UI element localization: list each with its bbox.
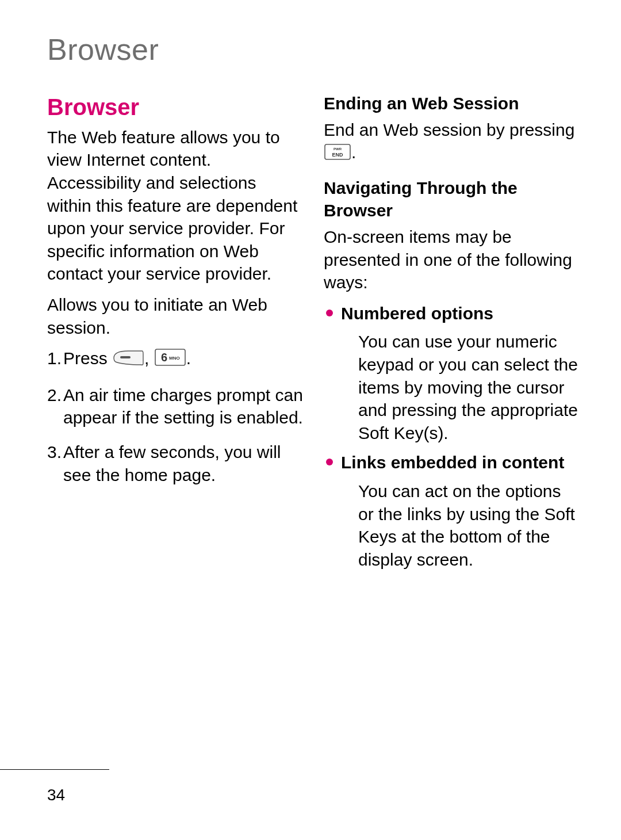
bullet-links-embedded: Links embedded in content You can act on… xyxy=(324,451,580,571)
step-3: 3. After a few seconds, you will see the… xyxy=(47,441,303,486)
step-2: 2. An air time charges prompt can appear… xyxy=(47,384,303,429)
step-text-comma: , xyxy=(144,349,154,368)
bullet-title: Numbered options xyxy=(341,302,580,325)
section-heading-browser: Browser xyxy=(47,92,303,123)
svg-rect-0 xyxy=(120,356,131,358)
step-text-dot: . xyxy=(186,349,191,368)
manual-page: Browser Browser The Web feature allows y… xyxy=(0,0,621,840)
intro-paragraph-2: Allows you to initiate an Web session. xyxy=(47,293,303,339)
step-body: Press , 6 MNO . xyxy=(63,347,303,372)
subheading-navigating: Navigating Through the Browser xyxy=(324,177,580,222)
end-text-dot: . xyxy=(351,143,356,162)
chapter-title: Browser xyxy=(47,32,580,67)
svg-text:PWR: PWR xyxy=(334,147,342,151)
left-column: Browser The Web feature allows you to vi… xyxy=(47,92,303,578)
ending-session-text: End an Web session by pressing PWR END . xyxy=(324,119,580,166)
step-body: After a few seconds, you will see the ho… xyxy=(63,441,303,486)
footer-rule xyxy=(0,769,109,770)
pwr-end-key-icon: PWR END xyxy=(324,143,351,166)
end-text-a: End an Web session by pressing xyxy=(324,120,574,139)
step-number: 3. xyxy=(47,441,63,464)
six-mno-key-icon: 6 MNO xyxy=(154,348,186,372)
step-number: 1. xyxy=(47,347,63,370)
intro-paragraph: The Web feature allows you to view Inter… xyxy=(47,126,303,285)
step-body: An air time charges prompt can appear if… xyxy=(63,384,303,429)
svg-text:MNO: MNO xyxy=(169,356,180,361)
bullet-body: You can use your numeric keypad or you c… xyxy=(358,330,580,444)
svg-text:6: 6 xyxy=(161,351,167,364)
right-column: Ending an Web Session End an Web session… xyxy=(324,92,580,578)
bullet-title: Links embedded in content xyxy=(341,451,580,474)
bullet-dot-icon xyxy=(326,459,333,465)
step-list: 1. Press , 6 MNO xyxy=(47,347,303,486)
subheading-ending-session: Ending an Web Session xyxy=(324,92,580,115)
bullet-list: Numbered options You can use your numeri… xyxy=(324,302,580,571)
step-number: 2. xyxy=(47,384,63,407)
bullet-numbered-options: Numbered options You can use your numeri… xyxy=(324,302,580,445)
svg-text:END: END xyxy=(332,152,343,158)
two-column-layout: Browser The Web feature allows you to vi… xyxy=(47,92,580,578)
bullet-dot-icon xyxy=(326,310,333,316)
bullet-body: You can act on the options or the links … xyxy=(358,480,580,571)
step-text-a: Press xyxy=(63,349,112,368)
page-number: 34 xyxy=(47,786,65,804)
left-softkey-icon xyxy=(112,349,144,372)
step-1: 1. Press , 6 MNO xyxy=(47,347,303,372)
navigating-intro: On-screen items may be presented in one … xyxy=(324,226,580,294)
